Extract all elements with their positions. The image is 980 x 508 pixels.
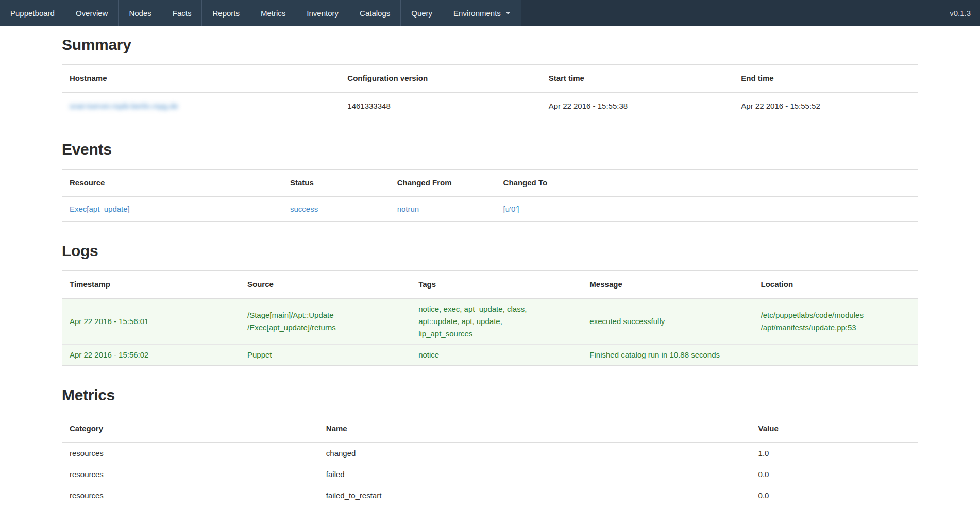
nav-item-label: Overview	[76, 9, 108, 18]
log-location: /etc/puppetlabs/code/modules/apt/manifes…	[754, 298, 918, 345]
events-col-changed-to: Changed To	[496, 170, 918, 197]
metric-row: resources failed 0.0	[62, 464, 918, 485]
nav-brand-puppetboard[interactable]: Puppetboard	[0, 0, 65, 26]
event-status-link[interactable]: success	[290, 205, 318, 213]
log-source: /Stage[main]/Apt::Update/Exec[apt_update…	[240, 298, 411, 345]
summary-header-row: Hostname Configuration version Start tim…	[62, 65, 918, 93]
metric-name: changed	[319, 443, 751, 464]
end-time-value: Apr 22 2016 - 15:55:52	[734, 92, 918, 120]
events-col-changed-from: Changed From	[390, 170, 496, 197]
main-content: Summary Hostname Configuration version S…	[0, 26, 980, 508]
events-table: Resource Status Changed From Changed To …	[62, 169, 918, 222]
hostname-link[interactable]: snat-tserver.mpib-berlin.mpg.de	[70, 101, 178, 110]
events-header-row: Resource Status Changed From Changed To	[62, 170, 918, 197]
nav-item-facts[interactable]: Facts	[162, 0, 202, 26]
content-container: Summary Hostname Configuration version S…	[0, 36, 980, 506]
log-row: Apr 22 2016 - 15:56:02 Puppet notice Fin…	[62, 345, 918, 366]
start-time-value: Apr 22 2016 - 15:55:38	[542, 92, 734, 120]
nav-item-label: Nodes	[129, 9, 151, 18]
logs-header-row: Timestamp Source Tags Message Location	[62, 271, 918, 299]
summary-col-hostname: Hostname	[62, 65, 341, 93]
metric-name: failed_to_restart	[319, 485, 751, 506]
metrics-col-name: Name	[319, 415, 751, 443]
nav-item-label: Query	[411, 9, 432, 18]
nav-item-reports[interactable]: Reports	[201, 0, 250, 26]
nav-item-overview[interactable]: Overview	[65, 0, 119, 26]
logs-col-timestamp: Timestamp	[62, 271, 240, 299]
summary-col-end-time: End time	[734, 65, 918, 93]
nav-item-inventory[interactable]: Inventory	[296, 0, 349, 26]
chevron-down-icon	[505, 12, 511, 14]
log-source: Puppet	[240, 345, 411, 366]
config-version-value: 1461333348	[340, 92, 541, 120]
log-row: Apr 22 2016 - 15:56:01 /Stage[main]/Apt:…	[62, 298, 918, 345]
log-tags: notice	[411, 345, 582, 366]
top-navbar: Puppetboard Overview Nodes Facts Reports…	[0, 0, 980, 26]
summary-col-config-version: Configuration version	[340, 65, 541, 93]
events-heading: Events	[62, 141, 918, 158]
metric-value: 0.0	[751, 464, 918, 485]
logs-table: Timestamp Source Tags Message Location A…	[62, 270, 918, 366]
event-resource-link[interactable]: Exec[apt_update]	[70, 205, 130, 213]
metric-value: 0.0	[751, 485, 918, 506]
nav-dropdown-environments[interactable]: Environments	[443, 0, 521, 26]
nav-item-label: Facts	[173, 9, 192, 18]
summary-heading: Summary	[62, 36, 918, 54]
app-version: v0.1.3	[950, 9, 980, 18]
nav-item-query[interactable]: Query	[400, 0, 443, 26]
metrics-heading: Metrics	[62, 386, 918, 404]
summary-table: Hostname Configuration version Start tim…	[62, 64, 918, 120]
metrics-col-category: Category	[62, 415, 319, 443]
nav-items: Puppetboard Overview Nodes Facts Reports…	[0, 0, 521, 26]
metrics-header-row: Category Name Value	[62, 415, 918, 443]
nav-item-label: Metrics	[261, 9, 285, 18]
metrics-col-value: Value	[751, 415, 918, 443]
metric-category: resources	[62, 464, 319, 485]
nav-item-catalogs[interactable]: Catalogs	[349, 0, 400, 26]
logs-col-message: Message	[582, 271, 753, 299]
nav-item-nodes[interactable]: Nodes	[118, 0, 161, 26]
log-timestamp: Apr 22 2016 - 15:56:01	[62, 298, 240, 345]
summary-row: snat-tserver.mpib-berlin.mpg.de 14613333…	[62, 92, 918, 120]
metric-name: failed	[319, 464, 751, 485]
nav-brand-label: Puppetboard	[10, 9, 55, 18]
event-changed-to-link[interactable]: [u'0']	[503, 205, 519, 213]
metric-category: resources	[62, 443, 319, 464]
nav-item-label: Reports	[212, 9, 240, 18]
event-changed-from-link[interactable]: notrun	[397, 205, 419, 213]
metric-row: resources changed 1.0	[62, 443, 918, 464]
metric-value: 1.0	[751, 443, 918, 464]
nav-item-metrics[interactable]: Metrics	[250, 0, 296, 26]
log-tags: notice, exec, apt_update, class, apt::up…	[411, 298, 582, 345]
metric-category: resources	[62, 485, 319, 506]
events-col-status: Status	[283, 170, 390, 197]
logs-heading: Logs	[62, 242, 918, 260]
nav-item-label: Catalogs	[360, 9, 390, 18]
log-location	[754, 345, 918, 366]
metric-row: resources failed_to_restart 0.0	[62, 485, 918, 506]
summary-col-start-time: Start time	[542, 65, 734, 93]
logs-col-location: Location	[754, 271, 918, 299]
event-row: Exec[apt_update] success notrun [u'0']	[62, 197, 918, 222]
logs-col-tags: Tags	[411, 271, 582, 299]
nav-item-label: Inventory	[307, 9, 339, 18]
log-message: Finished catalog run in 10.88 seconds	[582, 345, 753, 366]
log-message: executed successfully	[582, 298, 753, 345]
nav-item-label: Environments	[453, 9, 501, 18]
logs-col-source: Source	[240, 271, 411, 299]
events-col-resource: Resource	[62, 170, 283, 197]
log-timestamp: Apr 22 2016 - 15:56:02	[62, 345, 240, 366]
metrics-table: Category Name Value resources changed 1.…	[62, 415, 918, 506]
